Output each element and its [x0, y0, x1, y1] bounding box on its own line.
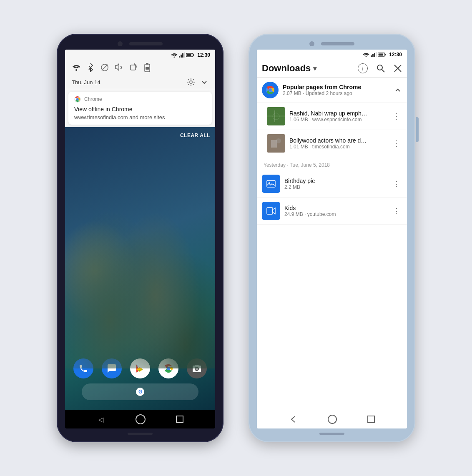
chrome-section-text: Popular pages from Chrome 2.07 MB · Upda… — [283, 84, 389, 96]
status-bar-2: 12:30 — [257, 50, 407, 60]
chrome-small-icon — [74, 96, 81, 103]
wifi-icon-2 — [363, 52, 369, 57]
earpiece-2 — [321, 42, 354, 45]
google-search-bar[interactable]: G — [82, 383, 198, 400]
battery-icon — [186, 53, 194, 58]
svg-rect-29 — [376, 52, 377, 57]
status-icons: 12:30 — [171, 52, 210, 58]
cricket-info: Rashid, Nabi wrap up emph… 1.06 MB · www… — [289, 110, 387, 123]
svg-point-33 — [377, 65, 382, 70]
svg-rect-43 — [274, 110, 275, 122]
chrome-icon — [265, 85, 275, 95]
quick-battery[interactable] — [143, 63, 152, 72]
home-button-2[interactable] — [328, 415, 337, 424]
bollywood-more-icon[interactable]: ⋮ — [391, 137, 402, 150]
bluetooth-icon — [87, 63, 94, 72]
svg-rect-7 — [187, 54, 191, 56]
bollywood-name: Bollywood actors who are d… — [289, 137, 387, 144]
clear-all-row[interactable]: CLEAR ALL — [180, 131, 210, 139]
bollywood-info: Bollywood actors who are d… 1.01 MB · ti… — [289, 137, 387, 150]
notif-body: www.timesofindia.com and more sites — [74, 114, 206, 120]
home-button[interactable] — [136, 414, 146, 424]
notif-app-row: Chrome — [74, 96, 206, 103]
notification-panel: 12:30 — [65, 50, 215, 127]
quick-dnd[interactable] — [100, 63, 109, 72]
kids-name: Kids — [284, 205, 387, 211]
close-button[interactable] — [394, 64, 402, 73]
birthday-name: Birthday pic — [284, 178, 387, 184]
quick-bluetooth[interactable] — [86, 63, 95, 72]
date-divider: Yesterday · Tue, June 5, 2018 — [257, 157, 407, 170]
svg-rect-31 — [385, 54, 386, 55]
birthday-info: Birthday pic 2.2 MB — [284, 178, 387, 190]
quick-mute[interactable] — [114, 63, 123, 72]
svg-rect-3 — [182, 53, 183, 58]
front-camera — [118, 41, 123, 46]
toolbar-icons: i — [358, 63, 402, 73]
notif-title: View offline in Chrome — [74, 106, 206, 113]
downloads-list: Popular pages from Chrome 2.07 MB · Upda… — [257, 78, 407, 410]
download-item-kids[interactable]: Kids 24.9 MB · youtube.com ⋮ — [257, 198, 407, 225]
dropdown-chevron[interactable]: ▾ — [313, 65, 316, 73]
info-button[interactable]: i — [358, 63, 368, 73]
birthday-more-icon[interactable]: ⋮ — [391, 178, 402, 190]
svg-point-25 — [366, 56, 367, 58]
svg-rect-4 — [184, 53, 185, 58]
status-bar-1: 12:30 — [65, 50, 215, 60]
date-row: Thu, Jun 14 — [65, 75, 215, 89]
quick-wifi[interactable] — [72, 63, 81, 72]
wifi-icon — [171, 53, 178, 58]
phone-1-top-bar — [63, 41, 218, 46]
front-camera-2 — [309, 41, 314, 46]
wifi-qs-icon — [72, 64, 80, 71]
chrome-section-subtitle: 2.07 MB · Updated 2 hours ago — [283, 90, 389, 96]
quick-rotation[interactable] — [128, 63, 138, 72]
expand-icon[interactable] — [200, 78, 208, 86]
svg-rect-26 — [371, 55, 372, 57]
recents-button[interactable] — [176, 416, 183, 423]
phone-1-bottom-bar — [128, 433, 153, 435]
back-button[interactable]: ◁ — [97, 415, 105, 423]
downloads-screen: 12:30 Downloads ▾ i — [257, 50, 407, 428]
status-time-2: 12:30 — [389, 52, 402, 58]
chrome-section-header[interactable]: Popular pages from Chrome 2.07 MB · Upda… — [257, 78, 407, 103]
notification-card[interactable]: Chrome View offline in Chrome www.timeso… — [68, 92, 212, 125]
svg-rect-28 — [374, 53, 375, 57]
bollywood-thumb — [267, 134, 285, 153]
svg-rect-45 — [271, 140, 277, 148]
download-item-cricket[interactable]: Rashid, Nabi wrap up emph… 1.06 MB · www… — [257, 103, 407, 130]
mute-icon — [115, 63, 123, 72]
collapse-icon[interactable] — [394, 86, 402, 94]
svg-point-8 — [75, 69, 77, 71]
phone-1-screen: 12:30 — [65, 50, 215, 428]
phone-2: 12:30 Downloads ▾ i — [249, 34, 415, 442]
svg-point-0 — [174, 57, 175, 58]
download-item-birthday[interactable]: Birthday pic 2.2 MB ⋮ — [257, 170, 407, 198]
bollywood-meta: 1.01 MB · timesofindia.com — [289, 144, 387, 150]
download-item-bollywood[interactable]: Bollywood actors who are d… 1.01 MB · ti… — [257, 130, 407, 157]
svg-rect-13 — [131, 65, 136, 70]
settings-icon[interactable] — [187, 78, 195, 86]
bollywood-thumb-img — [267, 134, 285, 153]
nav-bar-2 — [257, 410, 407, 428]
svg-text:G: G — [138, 389, 142, 395]
status-time-1: 12:30 — [197, 52, 210, 58]
phone-1: 12:30 — [57, 34, 223, 442]
back-button-2[interactable] — [289, 415, 297, 423]
rotation-icon — [129, 63, 137, 72]
birthday-meta: 2.2 MB — [284, 184, 387, 190]
svg-rect-49 — [267, 208, 273, 214]
svg-line-10 — [102, 65, 108, 70]
svg-line-34 — [382, 70, 384, 72]
clear-all-label[interactable]: CLEAR ALL — [180, 133, 210, 138]
battery-icon-2 — [378, 52, 386, 57]
kids-more-icon[interactable]: ⋮ — [391, 205, 402, 217]
cricket-more-icon[interactable]: ⋮ — [391, 110, 402, 123]
svg-rect-2 — [181, 55, 182, 58]
date-label: Thu, Jun 14 — [72, 79, 100, 85]
svg-rect-32 — [379, 54, 383, 56]
recents-button-2[interactable] — [367, 416, 375, 423]
kids-info: Kids 24.9 MB · youtube.com — [284, 205, 387, 217]
search-button[interactable] — [376, 64, 385, 73]
svg-rect-27 — [372, 54, 374, 57]
